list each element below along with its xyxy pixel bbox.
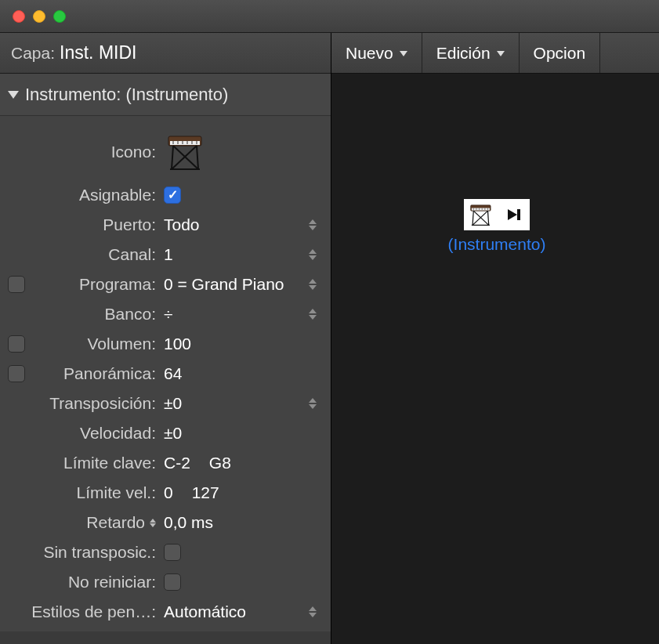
panoramica-checkbox[interactable]	[8, 365, 25, 382]
volumen-field[interactable]: 100	[164, 335, 323, 353]
button-label: Edición	[436, 44, 491, 63]
icon-well[interactable]	[164, 130, 323, 174]
parameters-list: Icono:	[0, 116, 331, 631]
retardo-field[interactable]: 0,0 ms	[164, 513, 323, 532]
traffic-light-minimize[interactable]	[33, 10, 45, 23]
asignable-checkbox[interactable]	[164, 186, 181, 204]
stepper-icon[interactable]	[309, 215, 320, 234]
retardo-label-text: Retardo	[86, 513, 145, 532]
layer-bar[interactable]: Capa: Inst. MIDI	[0, 33, 331, 74]
limite-clave-fields[interactable]: C-2 G8	[164, 454, 323, 472]
param-row-puerto: Puerto: Todo	[8, 210, 323, 240]
param-value: Automático	[164, 602, 246, 621]
disclosure-triangle-icon[interactable]	[8, 91, 19, 99]
synth-icon	[164, 130, 208, 174]
button-label: Nuevo	[346, 44, 393, 63]
section-title: Instrumento: (Instrumento)	[25, 85, 228, 105]
chevron-down-icon	[400, 51, 407, 56]
svg-line-22	[488, 211, 489, 225]
stepper-icon[interactable]	[309, 394, 320, 413]
toolbar-edicion-button[interactable]: Edición	[422, 33, 520, 73]
svg-line-11	[172, 146, 197, 169]
param-row-panoramica: Panorámica: 64	[8, 359, 323, 389]
param-value: Todo	[164, 215, 200, 234]
chevron-down-icon	[497, 51, 505, 56]
param-row-sin-transposic: Sin transposic.:	[8, 537, 323, 567]
toolbar-opcion-button[interactable]: Opcion	[520, 33, 601, 73]
param-row-velocidad: Velocidad: ±0	[8, 418, 323, 448]
stepper-icon[interactable]	[309, 245, 320, 264]
param-value: 1	[164, 245, 173, 264]
param-label[interactable]: Retardo	[27, 513, 164, 532]
svg-rect-1	[170, 141, 200, 145]
param-row-asignable: Asignable:	[8, 180, 323, 210]
traffic-light-close[interactable]	[13, 10, 25, 23]
limite-vel-fields[interactable]: 0 127	[164, 483, 323, 502]
param-row-programa: Programa: 0 = Grand Piano	[8, 270, 323, 299]
param-label: Asignable:	[27, 186, 164, 204]
environment-object-instrument[interactable]: (Instrumento)	[446, 199, 548, 254]
param-label: Límite clave:	[27, 454, 164, 472]
param-label: Canal:	[27, 245, 164, 264]
param-label: Programa:	[27, 275, 164, 294]
inspector-panel: Capa: Inst. MIDI Instrumento: (Instrumen…	[0, 33, 331, 644]
param-row-icono: Icono:	[8, 124, 323, 180]
traffic-light-zoom[interactable]	[53, 10, 66, 23]
layer-label: Capa:	[11, 44, 55, 63]
banco-popup[interactable]: ÷	[164, 305, 323, 324]
stepper-icon[interactable]	[309, 602, 320, 621]
param-value: ±0	[164, 394, 182, 413]
svg-line-23	[473, 211, 488, 225]
transposicion-popup[interactable]: ±0	[164, 394, 323, 413]
no-reiniciar-checkbox[interactable]	[164, 573, 181, 591]
stepper-icon[interactable]	[309, 305, 320, 324]
toolbar-nuevo-button[interactable]: Nuevo	[331, 33, 422, 73]
programa-popup[interactable]: 0 = Grand Piano	[164, 275, 323, 294]
param-label: Puerto:	[27, 215, 164, 234]
param-label: Banco:	[27, 305, 164, 324]
param-label: Volumen:	[27, 335, 164, 353]
param-label: Sin transposic.:	[27, 543, 164, 562]
param-value: 100	[164, 335, 191, 353]
canal-popup[interactable]: 1	[164, 245, 323, 264]
estilos-popup[interactable]: Automático	[164, 602, 323, 621]
param-label: Límite vel.:	[27, 483, 164, 502]
param-row-no-reiniciar: No reiniciar:	[8, 567, 323, 597]
puerto-popup[interactable]: Todo	[164, 215, 323, 234]
layer-value: Inst. MIDI	[60, 42, 136, 63]
param-value-hi[interactable]: G8	[209, 454, 231, 472]
param-row-limite-clave: Límite clave: C-2 G8	[8, 448, 323, 478]
section-header[interactable]: Instrumento: (Instrumento)	[0, 74, 331, 116]
stepper-icon[interactable]	[150, 519, 156, 527]
param-row-limite-vel: Límite vel.: 0 127	[8, 478, 323, 508]
param-value-lo[interactable]: C-2	[164, 454, 190, 472]
param-label: Transposición:	[27, 394, 164, 413]
panoramica-field[interactable]: 64	[164, 364, 323, 383]
button-label: Opcion	[534, 44, 586, 63]
environment-panel: Nuevo Edición Opcion	[331, 33, 659, 644]
param-row-retardo: Retardo 0,0 ms	[8, 508, 323, 537]
param-value-lo[interactable]: 0	[164, 483, 173, 502]
param-row-estilos: Estilos de pen…: Automático	[8, 597, 323, 627]
param-value: 0,0 ms	[164, 513, 213, 532]
velocidad-field[interactable]: ±0	[164, 424, 323, 443]
param-label: Velocidad:	[27, 424, 164, 443]
param-row-canal: Canal: 1	[8, 240, 323, 270]
svg-line-21	[473, 211, 473, 225]
volumen-checkbox[interactable]	[8, 335, 25, 353]
param-value-hi[interactable]: 127	[192, 483, 219, 502]
programa-checkbox[interactable]	[8, 276, 25, 293]
stepper-icon[interactable]	[309, 275, 320, 294]
param-label: Estilos de pen…:	[27, 602, 164, 621]
svg-line-24	[473, 211, 487, 225]
svg-line-8	[172, 146, 173, 169]
param-value: ±0	[164, 424, 182, 443]
environment-canvas[interactable]: (Instrumento)	[331, 74, 659, 644]
object-label[interactable]: (Instrumento)	[448, 235, 546, 254]
synth-icon	[465, 201, 497, 229]
sin-transposic-checkbox[interactable]	[164, 544, 181, 561]
param-row-volumen: Volumen: 100	[8, 329, 323, 359]
param-row-banco: Banco: ÷	[8, 299, 323, 329]
svg-rect-14	[472, 208, 490, 211]
output-plug-icon[interactable]	[497, 201, 528, 229]
